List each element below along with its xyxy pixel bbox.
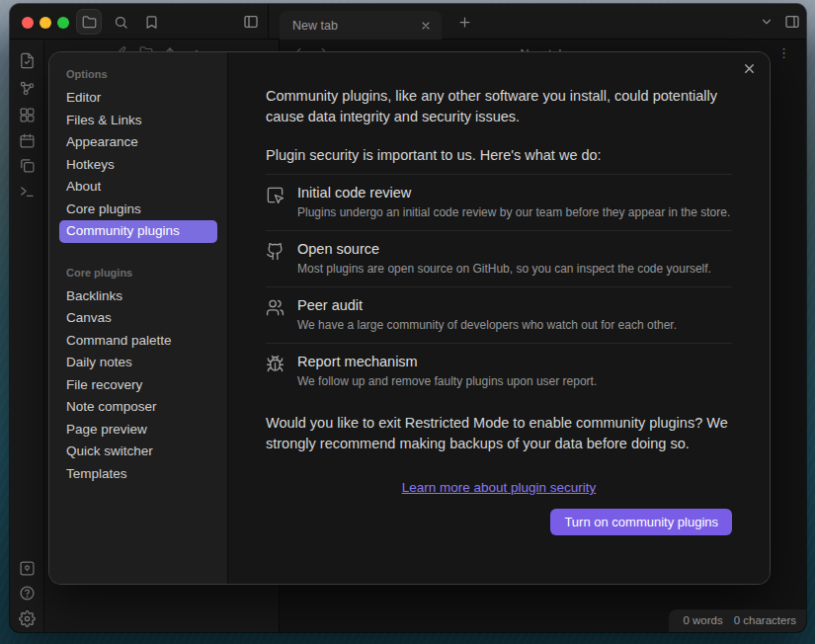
character-count: 0 characters	[734, 614, 796, 626]
sidebar-item-file-recovery[interactable]: File recovery	[59, 374, 217, 397]
settings-icon[interactable]	[18, 609, 37, 628]
search-icon	[114, 15, 128, 30]
plugin-security-link[interactable]: Learn more about plugin security	[402, 480, 597, 495]
new-tab-button[interactable]	[452, 10, 476, 34]
sidebar-item-community-plugins[interactable]: Community plugins	[59, 220, 217, 243]
inspect-icon	[266, 186, 285, 204]
list-item: Initial code review Plugins undergo an i…	[266, 174, 732, 230]
sidebar-item-appearance[interactable]: Appearance	[59, 131, 217, 154]
titlebar: New tab	[10, 4, 806, 40]
sidebar-item-templates[interactable]: Templates	[59, 463, 217, 486]
list-item: Peer audit We have a large community of …	[266, 286, 732, 343]
vault-files-button[interactable]	[77, 10, 101, 34]
bookmarks-button[interactable]	[139, 10, 163, 34]
list-item: Open source Most plugins are open source…	[266, 230, 732, 286]
toggle-right-sidebar-button[interactable]	[780, 10, 804, 34]
item-desc: Most plugins are open source on GitHub, …	[297, 262, 711, 277]
panel-left-icon	[243, 14, 259, 30]
users-icon	[266, 298, 285, 317]
sidebar-item-quick-switcher[interactable]: Quick switcher	[59, 441, 217, 463]
chevron-down-icon	[760, 15, 774, 29]
item-title: Report mechanism	[297, 353, 597, 370]
restricted-mode-question: Would you like to exit Restricted Mode t…	[266, 413, 732, 454]
new-note-icon[interactable]	[18, 51, 37, 70]
intro-text: Community plugins, like any other softwa…	[266, 86, 732, 127]
traffic-minimize-button[interactable]	[40, 17, 51, 29]
security-list: Initial code review Plugins undergo an i…	[266, 174, 732, 399]
help-icon[interactable]	[18, 584, 37, 603]
turn-on-community-plugins-button[interactable]: Turn on community plugins	[550, 509, 732, 535]
security-heading: Plugin security is important to us. Here…	[266, 145, 732, 166]
sidebar-item-backlinks[interactable]: Backlinks	[59, 285, 217, 308]
ribbon	[10, 40, 44, 632]
options-header: Options	[59, 68, 217, 80]
settings-content: Community plugins, like any other softwa…	[228, 52, 770, 584]
terminal-icon[interactable]	[18, 182, 37, 201]
sidebar-item-page-preview[interactable]: Page preview	[59, 419, 217, 442]
vault-icon[interactable]	[18, 559, 37, 578]
item-desc: We follow up and remove faulty plugins u…	[297, 374, 597, 389]
templates-icon[interactable]	[18, 156, 37, 175]
traffic-close-button[interactable]	[22, 17, 34, 29]
sidebar-item-canvas[interactable]: Canvas	[59, 307, 217, 330]
item-title: Initial code review	[297, 184, 730, 201]
status-bar: 0 words 0 characters	[669, 609, 806, 632]
close-icon[interactable]	[742, 61, 757, 76]
canvas-icon[interactable]	[18, 106, 37, 124]
sidebar-item-hotkeys[interactable]: Hotkeys	[59, 154, 217, 177]
tab-list-button[interactable]	[755, 10, 778, 34]
more-options-icon[interactable]: ⋮	[777, 45, 790, 60]
settings-modal: Options Editor Files & Links Appearance …	[49, 52, 770, 584]
traffic-zoom-button[interactable]	[57, 17, 69, 29]
titlebar-divider	[268, 4, 269, 40]
daily-note-icon[interactable]	[18, 131, 37, 150]
item-title: Open source	[297, 240, 711, 258]
sidebar-item-command-palette[interactable]: Command palette	[59, 330, 217, 353]
bookmark-icon	[144, 15, 159, 30]
settings-sidebar: Options Editor Files & Links Appearance …	[49, 52, 228, 584]
folder-icon	[82, 15, 97, 30]
tab-label: New tab	[280, 19, 420, 33]
item-desc: Plugins undergo an initial code review b…	[297, 205, 730, 220]
search-button[interactable]	[109, 10, 132, 34]
sidebar-item-daily-notes[interactable]: Daily notes	[59, 352, 217, 374]
plus-icon	[457, 15, 472, 30]
sidebar-item-note-composer[interactable]: Note composer	[59, 396, 217, 419]
tab-new-tab[interactable]: New tab	[280, 11, 442, 40]
bug-icon	[266, 355, 285, 373]
core-plugins-header: Core plugins	[59, 267, 217, 279]
sidebar-item-core-plugins[interactable]: Core plugins	[59, 199, 217, 221]
graph-icon[interactable]	[18, 79, 37, 98]
github-icon	[266, 242, 285, 261]
obsidian-window: New tab	[10, 4, 806, 632]
tab-close-icon[interactable]	[420, 20, 432, 32]
sidebar-item-about[interactable]: About	[59, 176, 217, 199]
item-desc: We have a large community of developers …	[297, 318, 677, 333]
panel-right-icon	[784, 14, 800, 30]
sidebar-item-editor[interactable]: Editor	[59, 87, 217, 110]
item-title: Peer audit	[297, 296, 677, 314]
sidebar-item-files-links[interactable]: Files & Links	[59, 110, 217, 132]
word-count: 0 words	[683, 614, 722, 626]
list-item: Report mechanism We follow up and remove…	[266, 343, 732, 399]
toggle-left-sidebar-button[interactable]	[239, 10, 263, 34]
